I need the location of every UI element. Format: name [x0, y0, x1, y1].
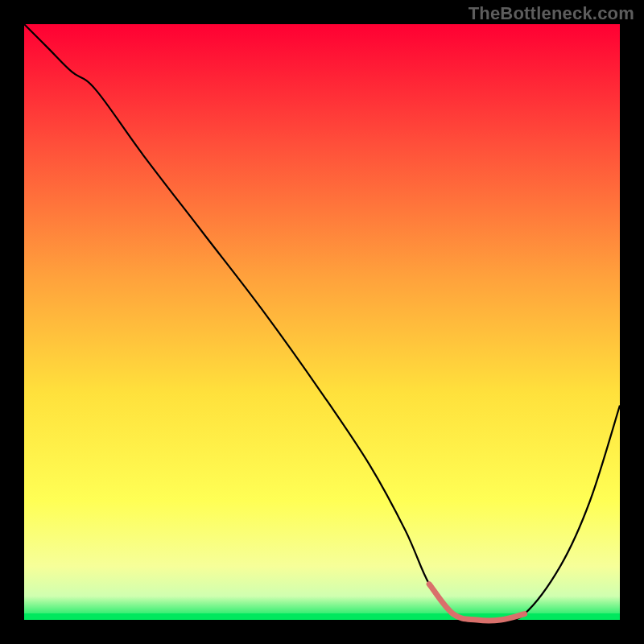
baseline-strip [24, 613, 620, 620]
chart-svg [0, 0, 644, 644]
chart-container: TheBottleneck.com [0, 0, 644, 644]
watermark-text: TheBottleneck.com [469, 3, 634, 24]
